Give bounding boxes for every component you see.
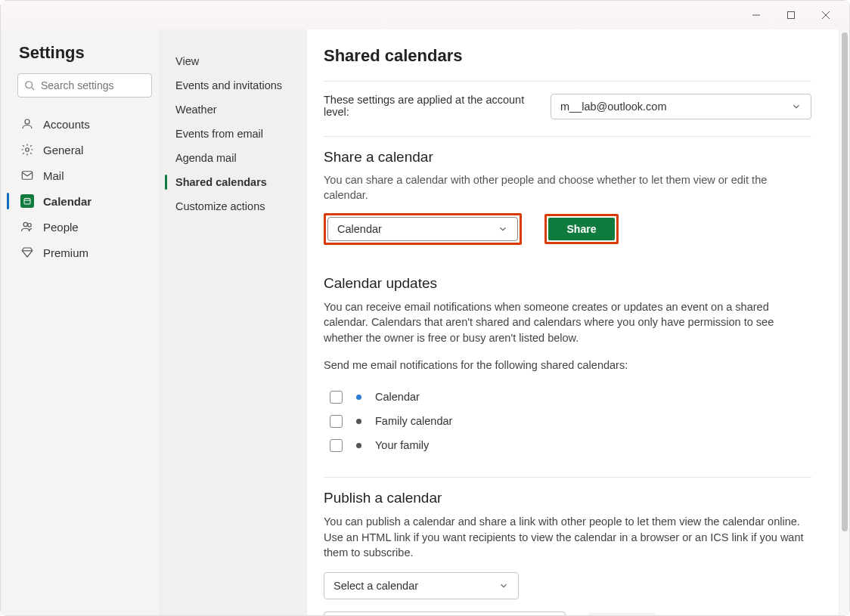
calendar-option-label: Your family — [375, 439, 429, 451]
calendar-icon — [20, 194, 34, 208]
svg-point-7 — [26, 148, 29, 152]
nav-label: Mail — [43, 169, 64, 182]
subnav-view[interactable]: View — [171, 49, 299, 73]
maximize-button[interactable] — [774, 4, 808, 26]
calendar-option-label: Family calendar — [375, 415, 452, 427]
mail-icon — [20, 169, 34, 182]
svg-rect-1 — [788, 12, 795, 19]
page-title: Shared calendars — [324, 46, 811, 66]
share-heading: Share a calendar — [324, 149, 811, 166]
calendar-option: Calendar — [330, 385, 811, 409]
close-button[interactable] — [808, 4, 843, 26]
share-controls: Calendar Share — [324, 213, 811, 245]
search-icon — [24, 80, 35, 91]
updates-heading: Calendar updates — [324, 275, 811, 292]
nav-label: Accounts — [43, 118, 90, 131]
calendar-option-label: Calendar — [375, 391, 420, 403]
publish-perm-row: Select permissions Publish — [324, 611, 811, 615]
subnav-events-invitations[interactable]: Events and invitations — [171, 73, 299, 98]
checkbox-family-calendar[interactable] — [330, 415, 343, 428]
scrollbar[interactable] — [839, 29, 849, 615]
publish-calendar-value: Select a calendar — [333, 580, 418, 592]
account-row: These settings are applied at the accoun… — [324, 94, 811, 119]
nav-label: People — [43, 221, 79, 234]
nav-item-accounts[interactable]: Accounts — [17, 111, 152, 137]
publish-description: You can publish a calendar and share a l… — [324, 514, 811, 560]
calendar-option: Your family — [330, 433, 811, 457]
gear-icon — [20, 143, 34, 156]
chevron-down-icon — [498, 224, 508, 234]
share-description: You can share a calendar with other peop… — [324, 173, 811, 203]
settings-sidebar: Settings Accounts General — [1, 29, 160, 615]
titlebar — [1, 1, 849, 29]
highlight-button: Share — [544, 214, 619, 244]
svg-rect-9 — [24, 199, 30, 205]
share-calendar-value: Calendar — [337, 223, 382, 235]
account-select-value: m__lab@outlook.com — [560, 101, 666, 113]
svg-point-6 — [25, 119, 29, 124]
nav-item-people[interactable]: People — [17, 214, 152, 240]
svg-rect-8 — [22, 172, 33, 180]
chevron-down-icon — [498, 580, 509, 591]
body: Settings Accounts General — [1, 29, 849, 615]
subnav-shared-calendars[interactable]: Shared calendars — [171, 170, 299, 194]
svg-point-12 — [28, 224, 32, 228]
search-input[interactable] — [17, 73, 152, 98]
minimize-button[interactable] — [739, 4, 774, 26]
chevron-down-icon — [791, 101, 802, 112]
updates-prompt: Send me email notifications for the foll… — [324, 358, 811, 373]
color-dot — [356, 395, 361, 400]
divider — [324, 477, 811, 478]
publish-heading: Publish a calendar — [324, 490, 811, 506]
nav-item-general[interactable]: General — [17, 137, 152, 163]
highlight-select: Calendar — [324, 213, 522, 245]
nav-item-calendar[interactable]: Calendar — [17, 188, 152, 214]
subnav-agenda-mail[interactable]: Agenda mail — [171, 146, 299, 170]
nav-label: Premium — [43, 246, 88, 259]
color-dot — [356, 443, 361, 448]
main-content: Shared calendars These settings are appl… — [307, 29, 839, 615]
checkbox-calendar[interactable] — [330, 391, 343, 404]
share-calendar-select[interactable]: Calendar — [327, 217, 518, 241]
subnav-customize-actions[interactable]: Customize actions — [171, 194, 299, 218]
publish-button[interactable]: Publish — [588, 613, 655, 615]
subnav-events-from-email[interactable]: Events from email — [171, 122, 299, 146]
color-dot — [356, 419, 361, 424]
nav-item-premium[interactable]: Premium — [17, 240, 152, 265]
account-select[interactable]: m__lab@outlook.com — [551, 94, 811, 119]
settings-heading: Settings — [17, 43, 152, 63]
settings-window: Settings Accounts General — [0, 0, 850, 616]
search-wrap — [17, 73, 152, 98]
divider — [324, 136, 811, 137]
account-description: These settings are applied at the accoun… — [324, 94, 535, 118]
nav-item-mail[interactable]: Mail — [17, 163, 152, 188]
checkbox-your-family[interactable] — [330, 439, 343, 452]
calendar-option: Family calendar — [330, 409, 811, 433]
publish-calendar-select[interactable]: Select a calendar — [324, 572, 519, 599]
nav-label: General — [43, 144, 83, 156]
diamond-icon — [20, 246, 34, 259]
svg-point-11 — [23, 222, 27, 226]
main-panel: Shared calendars These settings are appl… — [307, 29, 849, 615]
nav-label: Calendar — [43, 195, 92, 208]
user-icon — [20, 117, 34, 131]
svg-point-4 — [26, 82, 33, 88]
people-icon — [20, 220, 34, 234]
share-button[interactable]: Share — [548, 218, 615, 240]
subnav-weather[interactable]: Weather — [171, 98, 299, 122]
calendar-settings-subnav: View Events and invitations Weather Even… — [160, 29, 307, 615]
publish-permissions-select[interactable]: Select permissions — [324, 611, 566, 615]
publish-select-wrap: Select a calendar — [324, 572, 811, 599]
updates-description: You can receive email notifications when… — [324, 299, 811, 345]
divider — [324, 81, 811, 82]
calendar-options: Calendar Family calendar Your family — [330, 385, 811, 457]
scrollbar-thumb[interactable] — [842, 33, 848, 531]
svg-line-5 — [32, 88, 35, 91]
